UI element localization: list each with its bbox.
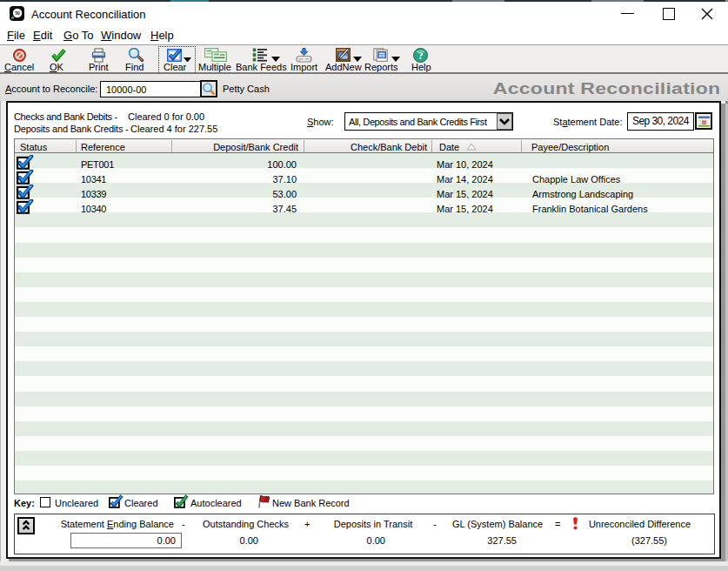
svg-text:50: 50 — [15, 10, 20, 16]
svg-text:?: ? — [418, 50, 424, 61]
